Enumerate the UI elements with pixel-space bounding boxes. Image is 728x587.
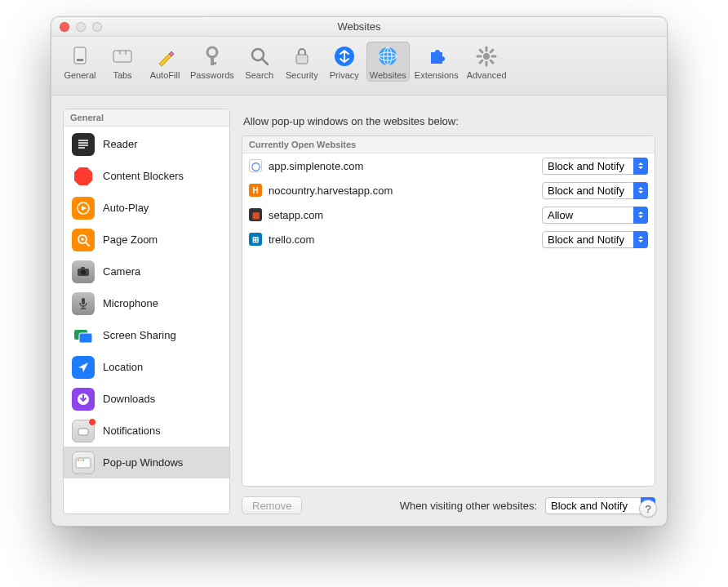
reader-icon	[72, 133, 95, 156]
help-button[interactable]: ?	[639, 500, 657, 518]
setting-select-wrap: Block and Notify	[542, 231, 648, 248]
toolbar-item-privacy[interactable]: Privacy	[324, 42, 365, 82]
svg-point-38	[81, 269, 86, 274]
window-title: Websites	[337, 20, 380, 33]
toolbar-item-tabs[interactable]: Tabs	[102, 42, 143, 82]
sidebar-item-reader[interactable]: Reader	[64, 128, 229, 160]
autofill-icon	[153, 44, 177, 69]
site-favicon: ⊞	[249, 233, 262, 246]
setting-select[interactable]: Allow	[542, 207, 648, 224]
svg-rect-44	[79, 333, 92, 343]
table-row[interactable]: ◯ app.simplenote.com Block and Notify	[242, 153, 655, 178]
table-header: Currently Open Websites	[242, 136, 655, 153]
sidebar-item-microphone[interactable]: Microphone	[64, 287, 229, 319]
preferences-window: Websites General Tabs AutoFill Password	[51, 16, 668, 527]
setting-select[interactable]: Block and Notify	[542, 231, 648, 248]
svg-rect-2	[113, 51, 131, 62]
content-area: General Reader Content Blockers Auto-Pla…	[51, 96, 667, 526]
sidebar-item-label: Notifications	[103, 425, 161, 437]
svg-rect-10	[296, 55, 308, 64]
svg-line-25	[480, 60, 482, 63]
toolbar-item-label: Extensions	[415, 70, 459, 80]
svg-point-17	[483, 53, 490, 60]
popup-windows-icon	[72, 451, 95, 474]
toolbar-item-label: AutoFill	[150, 70, 180, 80]
passwords-icon	[200, 44, 224, 69]
websites-table: Currently Open Websites ◯ app.simplenote…	[242, 136, 655, 487]
site-favicon: H	[249, 184, 262, 197]
site-favicon: ◯	[249, 159, 262, 172]
toolbar-item-advanced[interactable]: Advanced	[464, 42, 510, 82]
remove-button[interactable]: Remove	[242, 496, 302, 514]
minimize-window-button[interactable]	[76, 22, 86, 32]
sidebar-item-notifications[interactable]: Notifications	[64, 415, 229, 447]
sidebar-item-downloads[interactable]: Downloads	[64, 383, 229, 415]
setting-select-wrap: Block and Notify	[542, 158, 648, 175]
toolbar-item-security[interactable]: Security	[282, 42, 322, 82]
security-icon	[290, 44, 314, 69]
site-favicon: ▦	[249, 208, 262, 221]
sidebar-item-screensharing[interactable]: Screen Sharing	[64, 319, 229, 351]
pane-heading: Allow pop-up windows on the websites bel…	[243, 115, 655, 127]
svg-rect-39	[81, 267, 85, 269]
svg-marker-32	[82, 206, 87, 211]
pagezoom-icon	[72, 229, 95, 251]
svg-line-22	[480, 50, 482, 52]
table-row[interactable]: ⊞ trello.com Block and Notify	[242, 227, 655, 251]
zoom-window-button[interactable]	[92, 22, 102, 32]
toolbar-item-label: Privacy	[330, 70, 359, 80]
extensions-icon	[424, 44, 449, 69]
traffic-lights	[60, 22, 102, 32]
sidebar-item-camera[interactable]: Camera	[64, 256, 229, 287]
advanced-icon	[474, 44, 499, 69]
svg-rect-40	[82, 298, 85, 305]
toolbar-item-autofill[interactable]: AutoFill	[144, 42, 185, 82]
toolbar-item-label: Advanced	[467, 70, 507, 80]
toolbar-item-label: Security	[286, 70, 318, 80]
websites-icon	[375, 44, 400, 69]
sidebar-item-autoplay[interactable]: Auto-Play	[64, 192, 229, 224]
settings-pane: Allow pop-up windows on the websites bel…	[242, 109, 655, 514]
svg-line-24	[491, 50, 493, 52]
setting-select-wrap: Allow	[542, 207, 648, 224]
svg-rect-1	[77, 59, 83, 61]
screensharing-icon	[72, 324, 95, 347]
sidebar-item-label: Auto-Play	[103, 202, 149, 214]
setting-select-wrap: Block and Notify	[542, 182, 648, 199]
sidebar-item-popups[interactable]: Pop-up Windows	[64, 447, 229, 478]
titlebar: Websites	[51, 17, 667, 37]
toolbar-item-passwords[interactable]: Passwords	[187, 42, 237, 82]
svg-marker-30	[74, 167, 92, 185]
sidebar-section-header: General	[64, 109, 229, 127]
table-row[interactable]: ▦ setapp.com Allow	[242, 202, 655, 227]
sidebar-item-label: Reader	[103, 138, 138, 150]
location-icon	[72, 356, 95, 379]
svg-line-23	[491, 60, 493, 63]
toolbar-item-general[interactable]: General	[60, 42, 100, 82]
close-window-button[interactable]	[60, 22, 69, 32]
setting-select[interactable]: Block and Notify	[542, 182, 648, 199]
content-blockers-icon	[72, 165, 95, 188]
svg-rect-46	[78, 429, 88, 435]
setting-select[interactable]: Block and Notify	[542, 158, 648, 175]
sidebar-item-label: Content Blockers	[103, 170, 184, 182]
sidebar-item-contentblockers[interactable]: Content Blockers	[64, 160, 229, 192]
site-domain: trello.com	[269, 233, 535, 246]
toolbar-item-label: Tabs	[113, 70, 131, 80]
tabs-icon	[110, 44, 135, 69]
sidebar-item-location[interactable]: Location	[64, 351, 229, 383]
toolbar-item-extensions[interactable]: Extensions	[411, 42, 462, 82]
site-domain: nocountry.harvestapp.com	[269, 185, 535, 197]
notifications-badge	[88, 418, 96, 426]
table-row[interactable]: H nocountry.harvestapp.com Block and Not…	[242, 178, 655, 202]
site-domain: app.simplenote.com	[269, 160, 535, 172]
toolbar-item-label: General	[64, 70, 95, 80]
search-icon	[247, 44, 272, 69]
sidebar-item-label: Screen Sharing	[103, 329, 176, 341]
privacy-icon	[332, 44, 357, 69]
sidebar-item-pagezoom[interactable]: Page Zoom	[64, 224, 229, 256]
toolbar-item-search[interactable]: Search	[239, 42, 280, 82]
svg-line-34	[86, 242, 89, 246]
toolbar-item-websites[interactable]: Websites	[366, 42, 410, 82]
prefs-toolbar: General Tabs AutoFill Passwords Search	[51, 37, 667, 96]
